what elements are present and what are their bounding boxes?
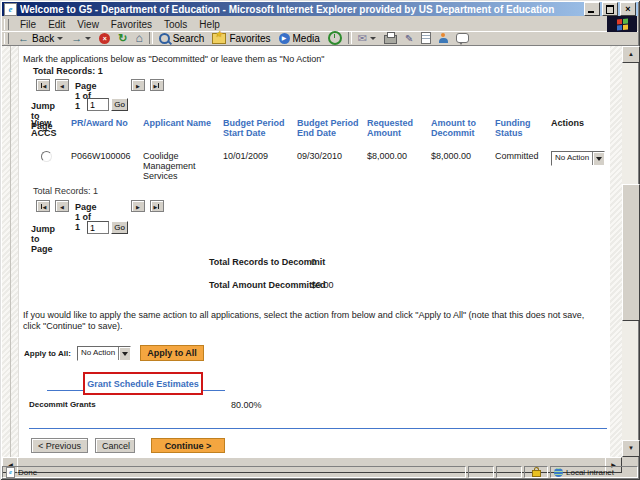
navigation-buttons: < Previous Cancel Continue >: [19, 438, 610, 454]
col-applicant-name[interactable]: Applicant Name: [143, 118, 223, 138]
col-budget-end[interactable]: Budget Period End Date: [297, 118, 367, 138]
col-budget-start[interactable]: Budget Period Start Date: [223, 118, 297, 138]
continue-button[interactable]: Continue >: [151, 438, 225, 453]
apply-all-row: Apply to All: No Action Apply to All: [19, 345, 610, 361]
toolbar: ← Back → × ↻ ⌂ Search ★ Favorites ▶ Medi…: [2, 31, 638, 46]
toolbar-grip-handle[interactable]: [4, 33, 9, 44]
favorites-label: Favorites: [229, 33, 270, 44]
menu-bar: File Edit View Favorites Tools Help: [2, 17, 638, 32]
vertical-scrollbar[interactable]: ▲ ▼: [622, 46, 638, 457]
go-button[interactable]: Go: [111, 98, 128, 111]
windows-flag-icon: [617, 18, 628, 30]
last-page-icon: ▶: [154, 81, 158, 91]
cell-amount-to-decommit: $8,000.00: [431, 151, 495, 181]
minimize-icon: [588, 11, 594, 13]
previous-page-button[interactable]: ◀: [55, 79, 69, 91]
total-records-to-decommit-value: 0: [311, 257, 316, 267]
select-record-radio[interactable]: [41, 151, 52, 162]
mail-button[interactable]: ✉: [354, 31, 380, 45]
browser-viewport: Mark the applications below as "Decommit…: [2, 46, 638, 457]
jump-page-input[interactable]: [87, 221, 109, 234]
star-icon: ★: [214, 30, 222, 39]
next-page-icon: ▶: [136, 81, 140, 91]
menubar-grip-handle[interactable]: [4, 19, 9, 30]
go-button[interactable]: Go: [111, 221, 128, 234]
status-message-pane: e Done: [2, 466, 466, 478]
last-page-button[interactable]: ▶: [150, 200, 164, 212]
previous-page-button[interactable]: ◀: [55, 200, 69, 212]
apply-all-select[interactable]: No Action: [77, 346, 131, 361]
back-button[interactable]: ← Back: [14, 31, 67, 45]
scroll-down-button[interactable]: ▼: [622, 440, 640, 457]
scroll-up-button[interactable]: ▲: [622, 46, 640, 63]
back-dropdown-icon: [57, 37, 63, 40]
menu-view[interactable]: View: [71, 19, 105, 30]
page-right-margin: [610, 46, 622, 457]
cancel-button[interactable]: Cancel: [95, 438, 135, 453]
total-records-to-decommit-label: Total Records to Decommit: [209, 257, 325, 267]
forward-dropdown-icon: [85, 37, 91, 40]
discuss-button[interactable]: [452, 31, 473, 45]
next-page-button[interactable]: ▶: [131, 79, 145, 91]
apply-to-all-button[interactable]: Apply to All: [140, 345, 204, 361]
last-page-bar-icon: [158, 204, 159, 209]
previous-button[interactable]: < Previous: [31, 438, 88, 453]
edit-button[interactable]: ✎: [401, 31, 417, 45]
status-bar: e Done Local intranet: [2, 466, 638, 478]
table-header-row: View ACCS PR/Award No Applicant Name Bud…: [31, 118, 611, 138]
home-button[interactable]: ⌂: [131, 31, 146, 45]
apply-all-select-value: No Action: [78, 347, 118, 360]
first-page-bar-icon: [41, 204, 42, 209]
window-title: Welcome to G5 - Department of Education …: [20, 4, 580, 15]
ie-logo-icon: e: [4, 3, 17, 16]
page-content: Mark the applications below as "Decommit…: [19, 46, 610, 457]
next-page-button[interactable]: ▶: [131, 200, 145, 212]
messenger-icon: [439, 33, 448, 43]
last-page-button[interactable]: ▶: [150, 79, 164, 91]
stop-icon: ×: [99, 33, 110, 44]
refresh-button[interactable]: ↻: [114, 31, 131, 45]
col-requested-amount[interactable]: Requested Amount: [367, 118, 431, 138]
page-instructions: Mark the applications below as "Decommit…: [23, 54, 324, 64]
favorites-button[interactable]: ★ Favorites: [208, 31, 274, 45]
first-page-button[interactable]: ◀: [36, 79, 50, 91]
col-pr-award-no[interactable]: PR/Award No: [71, 118, 143, 138]
action-select[interactable]: No Action: [551, 151, 605, 166]
vertical-scroll-thumb[interactable]: [622, 184, 640, 321]
apply-to-all-label: Apply to All:: [24, 349, 71, 358]
lock-icon: [532, 470, 541, 477]
home-icon: ⌂: [135, 33, 142, 44]
document-button[interactable]: [417, 31, 435, 45]
action-select-value: No Action: [552, 152, 592, 165]
media-button[interactable]: ▶ Media: [275, 31, 324, 45]
col-funding-status[interactable]: Funding Status: [495, 118, 551, 138]
cell-applicant-name: Coolidge Management Services: [143, 151, 223, 181]
forward-button[interactable]: →: [67, 31, 95, 45]
restore-button[interactable]: [602, 2, 618, 16]
forward-icon: →: [71, 33, 82, 43]
stop-button[interactable]: ×: [95, 31, 114, 45]
menu-edit[interactable]: Edit: [42, 19, 71, 30]
favorites-icon: ★: [212, 33, 226, 44]
col-amount-to-decommit[interactable]: Amount to Decommit: [431, 118, 495, 138]
menu-favorites[interactable]: Favorites: [105, 19, 158, 30]
minimize-button[interactable]: [584, 2, 600, 16]
print-button[interactable]: [380, 31, 401, 45]
grant-schedule-estimates-highlight: Grant Schedule Estimates: [83, 372, 203, 395]
search-button[interactable]: Search: [155, 31, 209, 45]
total-records-to-decommit: Total Records to Decommit 0: [19, 257, 610, 269]
menu-help[interactable]: Help: [193, 19, 226, 30]
intranet-zone-icon: [554, 468, 563, 477]
back-icon: ←: [18, 33, 29, 43]
messenger-button[interactable]: [435, 31, 452, 45]
menu-file[interactable]: File: [14, 19, 42, 30]
jump-page-input[interactable]: [87, 98, 109, 111]
menu-tools[interactable]: Tools: [158, 19, 193, 30]
status-empty-pane: [496, 466, 522, 478]
first-page-button[interactable]: ◀: [36, 200, 50, 212]
windows-logo-throbber: [607, 16, 637, 32]
total-amount-decommitted-label: Total Amount Decommitted: [209, 280, 326, 290]
close-button[interactable]: ×: [620, 2, 636, 16]
history-button[interactable]: [324, 31, 346, 45]
toolbar-separator: [149, 32, 153, 44]
